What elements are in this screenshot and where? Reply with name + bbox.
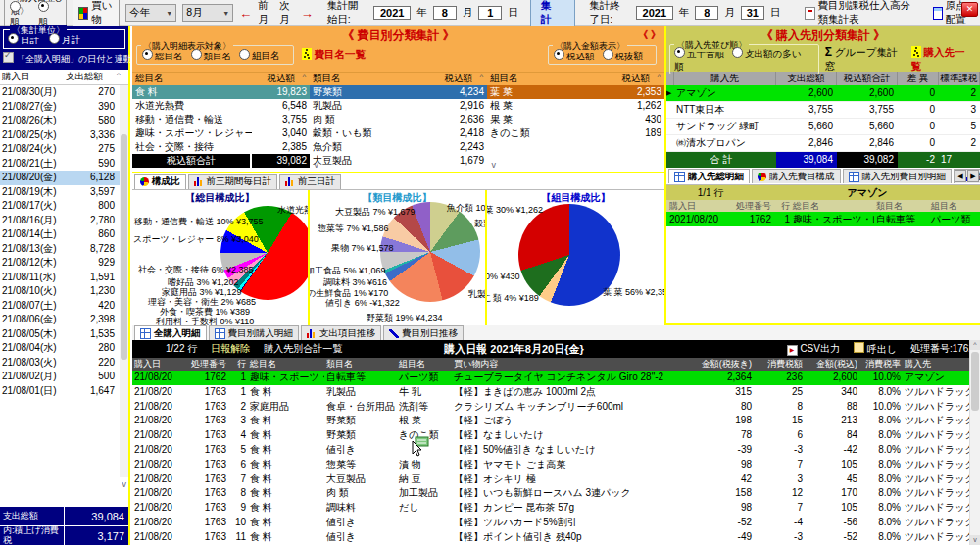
category-row[interactable]: 趣味・スポーツ・レジャー3,040	[132, 126, 310, 140]
shopping-button[interactable]: 買い物	[73, 0, 120, 28]
purchase-detail-row[interactable]: 21/08/20176310食 料値引き【軽】ツルハカード5%割引-52-4-5…	[132, 516, 980, 530]
start-year-field[interactable]: 2021	[373, 6, 411, 20]
category-row[interactable]: 葉 菜2,353	[487, 85, 664, 99]
category-row[interactable]: 社会・交際・接待2,385	[132, 140, 310, 154]
start-month-field[interactable]: 8	[433, 6, 457, 20]
sidebar-scrollbar[interactable]	[120, 85, 128, 477]
vendor-row[interactable]: ▶アマゾン2,6002,60002	[666, 85, 980, 102]
sidebar-date-row[interactable]: 21/08/02(月)500	[0, 370, 128, 384]
sidebar-date-row[interactable]: 21/08/14(土)860	[0, 227, 128, 242]
sidebar-date-row[interactable]: 21/08/19(木)3,597	[0, 185, 128, 200]
month-select[interactable]: 8月▼	[182, 4, 233, 22]
sidebar-date-row[interactable]: 21/08/05(木)1,535	[0, 327, 128, 342]
sidebar-date-row[interactable]: 21/08/27(金)390	[0, 100, 128, 115]
sidebar-date-row[interactable]: 21/08/11(水)1,591	[0, 271, 128, 285]
group-aggregate-button[interactable]: Σ グループ集計窓	[825, 45, 906, 74]
purchase-detail-row[interactable]: 21/08/2017632家庭用品食卓・台所用品洗剤等クラシリズム キッチンブリ…	[132, 400, 980, 415]
purchase-detail-row[interactable]: 21/08/2017636食 料惣菜等漬 物【軽】ヤマモト ごま高菜987105…	[132, 458, 980, 472]
tab-chart-2[interactable]: 前三日計	[279, 174, 341, 189]
sidebar-date-row[interactable]: 21/08/21(土)590	[0, 157, 128, 172]
sidebar-date-row[interactable]: 21/08/07(土)420	[0, 299, 128, 314]
tab-chart-0[interactable]: 構成比	[134, 174, 186, 189]
end-year-field[interactable]: 2021	[636, 6, 673, 20]
purchase-detail-row[interactable]: 21/08/2017633食 料野菜類根 菜【軽】ごぼう198152138.0%…	[132, 414, 980, 428]
tab-detail-1[interactable]: 費目別購入明細	[209, 325, 300, 340]
scroll-up-icon[interactable]: ^	[299, 73, 310, 85]
scroll-up-icon[interactable]: ^	[654, 73, 664, 85]
start-day-field[interactable]: 1	[478, 6, 502, 20]
next-month-arrow-icon[interactable]: →	[301, 7, 314, 20]
sidebar-date-row[interactable]: 21/08/30(月)270	[0, 85, 128, 100]
tab-vendor-detail-0[interactable]: 購入先総明細	[668, 169, 750, 183]
scroll-up-icon[interactable]: ^	[970, 340, 980, 350]
tab-vendor-detail-1[interactable]: 購入先費目構成	[752, 169, 841, 183]
scroll-up-icon[interactable]: ^	[117, 71, 126, 83]
category-row[interactable]: 移動・通信費・輸送3,755	[132, 113, 310, 126]
end-day-field[interactable]: 31	[741, 6, 764, 20]
detail-scrollbar[interactable]: ^ v	[969, 340, 980, 545]
category-list-button[interactable]: 費目名一覧	[302, 48, 366, 62]
link-all-details-checkbox[interactable]: 「全購入明細」の日付と連動	[3, 52, 125, 66]
category-row[interactable]: 食 料19,823	[132, 85, 310, 99]
category-row[interactable]: 大豆製品1,679	[310, 154, 487, 168]
scroll-up-icon[interactable]: ^	[476, 73, 487, 85]
sidebar-date-row[interactable]: 21/08/26(木)580	[0, 114, 128, 128]
sidebar-date-row[interactable]: 21/08/03(火)220	[0, 356, 128, 371]
sidebar-date-row[interactable]: 21/08/06(金)2,398	[0, 313, 128, 327]
tab-detail-2[interactable]: 支出項目推移	[301, 325, 381, 340]
sidebar-date-row[interactable]: 21/08/20(金)6,128	[0, 171, 128, 185]
scrollbar-thumb[interactable]	[121, 134, 127, 360]
panel-arrows[interactable]: 《 》	[638, 28, 661, 42]
scroll-down-icon[interactable]: v	[970, 535, 980, 545]
category-row[interactable]: 水道光熱費6,548	[132, 99, 310, 113]
purchase-detail-row[interactable]: 21/08/2017631食 料乳製品牛 乳【軽】まきばの恵み 1000ml 2…	[132, 385, 980, 400]
purchase-detail-row[interactable]: 21/08/2017621趣味・スポーツ・レジャー自転車等パーツ類チューブラータ…	[132, 371, 980, 385]
tab-detail-0[interactable]: 全購入明細	[134, 325, 207, 340]
vendor-total-list-button[interactable]: 購入先別合計一覧	[264, 342, 342, 356]
purchase-detail-row[interactable]: 21/08/20176311食 料値引き【軽】ポイント値引き 残40p-49-3…	[132, 530, 980, 545]
recall-button[interactable]: 呼出し	[854, 342, 897, 357]
prev-month-arrow-icon[interactable]: ←	[239, 7, 252, 20]
vendor-detail-row[interactable]: 2021/08/2017621趣味・スポーツ・レジャー自転車等パーツ類	[666, 212, 980, 226]
tax-classification-report-button[interactable]: 費目別課税仕入高分類集計表	[800, 0, 921, 27]
category-row[interactable]: 野菜類4,234	[310, 85, 487, 99]
vendor-row[interactable]: サンドラッグ 緑町5,6605,66005	[666, 119, 980, 135]
scrollbar-thumb[interactable]	[971, 352, 979, 411]
tab-scroll-right-icon[interactable]: ▶	[967, 170, 979, 182]
csv-export-button[interactable]: ▶ CSV出力	[787, 342, 840, 356]
tab-vendor-detail-2[interactable]: 購入先別費目別明細	[843, 169, 953, 183]
end-month-field[interactable]: 8	[695, 6, 718, 20]
purchase-detail-row[interactable]: 21/08/2017635食 料値引き【軽】50%値引き なましいたけ-39-3…	[132, 443, 980, 458]
year-select[interactable]: 今年▼	[125, 4, 176, 22]
sidebar-date-row[interactable]: 21/08/17(火)800	[0, 199, 128, 214]
sidebar-date-row[interactable]: 21/08/16(月)2,780	[0, 214, 128, 228]
category-row[interactable]: 乳製品2,916	[310, 99, 487, 113]
sidebar-date-row[interactable]: 21/08/01(日)1,647	[0, 384, 128, 399]
category-row[interactable]: きのこ類189	[487, 126, 664, 140]
sidebar-date-row[interactable]: 21/08/04(水)280	[0, 341, 128, 356]
sidebar-date-row[interactable]: 21/08/13(金)8,728	[0, 242, 128, 257]
close-button[interactable]: ✕	[961, 2, 978, 17]
purchase-detail-row[interactable]: 21/08/2017639食 料調味料だし【軽】カンピー 昆布茶 57g9871…	[132, 501, 980, 516]
scroll-down-icon[interactable]: v	[122, 479, 127, 489]
display-target-radio-2[interactable]: 組目名	[239, 50, 280, 61]
purchase-detail-row[interactable]: 21/08/2017634食 料野菜類きのこ類【軽】なましいたけ786848.0…	[132, 428, 980, 443]
category-row[interactable]: 肉 類2,636	[310, 113, 487, 126]
purchase-detail-row[interactable]: 21/08/2017638食 料肉 類加工製品【軽】いつも新鮮ロースハム 3連パ…	[132, 486, 980, 501]
vendor-row[interactable]: NTT東日本3,7553,75503	[666, 102, 980, 119]
sidebar-date-row[interactable]: 21/08/25(水)3,336	[0, 128, 128, 143]
prev-month-button[interactable]: 前月	[258, 0, 273, 26]
sidebar-date-row[interactable]: 21/08/10(火)1,230	[0, 284, 128, 299]
category-row[interactable]: 果 菜430	[487, 113, 664, 126]
aggregate-button[interactable]: 集 計	[530, 0, 576, 28]
tab-scroll-left-icon[interactable]: ◀	[955, 170, 966, 182]
purchase-detail-row[interactable]: 21/08/2017637食 料大豆製品納 豆【軽】オシキリ 極423458.0…	[132, 472, 980, 487]
vendor-list-button[interactable]: 購入先一覧	[911, 46, 974, 74]
vendor-row[interactable]: ㈱清水プロパン2,8462,84602	[666, 135, 980, 152]
tab-detail-3[interactable]: 費目別日推移	[383, 325, 464, 340]
category-row[interactable]: 魚介類2,243	[310, 140, 487, 154]
sidebar-date-row[interactable]: 21/08/12(木)929	[0, 256, 128, 271]
daily-report-clear-button[interactable]: 日報解除	[211, 342, 250, 356]
category-row[interactable]: 穀類・いも類2,418	[310, 126, 487, 140]
next-month-button[interactable]: 次月	[279, 0, 295, 26]
